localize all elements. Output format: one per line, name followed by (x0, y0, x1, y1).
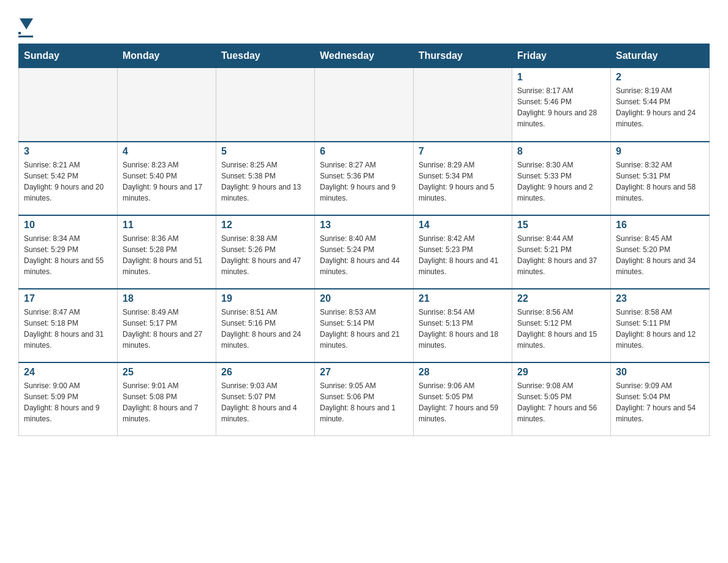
calendar-cell: 15Sunrise: 8:44 AMSunset: 5:21 PMDayligh… (512, 215, 611, 289)
calendar-cell (118, 68, 216, 142)
sun-info: Sunrise: 8:21 AMSunset: 5:42 PMDaylight:… (24, 159, 112, 204)
sun-info: Sunrise: 8:51 AMSunset: 5:16 PMDaylight:… (221, 307, 309, 351)
svg-marker-0 (20, 18, 33, 29)
day-number: 13 (320, 220, 408, 231)
day-number: 7 (419, 146, 507, 157)
day-number: 11 (123, 220, 211, 231)
sun-info: Sunrise: 8:27 AMSunset: 5:36 PMDaylight:… (320, 159, 408, 204)
day-number: 21 (419, 293, 507, 304)
calendar-cell: 8Sunrise: 8:30 AMSunset: 5:33 PMDaylight… (512, 142, 611, 215)
sun-info: Sunrise: 8:42 AMSunset: 5:23 PMDaylight:… (419, 233, 507, 277)
calendar-cell: 5Sunrise: 8:25 AMSunset: 5:38 PMDaylight… (216, 142, 315, 215)
day-number: 4 (123, 146, 211, 157)
sun-info: Sunrise: 8:29 AMSunset: 5:34 PMDaylight:… (419, 159, 507, 204)
calendar-week-row: 24Sunrise: 9:00 AMSunset: 5:09 PMDayligh… (19, 362, 710, 436)
calendar-cell: 25Sunrise: 9:01 AMSunset: 5:08 PMDayligh… (118, 362, 216, 436)
sun-info: Sunrise: 9:05 AMSunset: 5:06 PMDaylight:… (320, 380, 408, 424)
calendar-cell: 13Sunrise: 8:40 AMSunset: 5:24 PMDayligh… (315, 215, 414, 289)
day-number: 2 (616, 72, 704, 83)
sun-info: Sunrise: 8:36 AMSunset: 5:28 PMDaylight:… (123, 233, 211, 277)
day-number: 23 (616, 293, 704, 304)
sun-info: Sunrise: 8:23 AMSunset: 5:40 PMDaylight:… (123, 159, 211, 204)
calendar-week-row: 3Sunrise: 8:21 AMSunset: 5:42 PMDaylight… (19, 142, 710, 215)
day-number: 6 (320, 146, 408, 157)
day-number: 29 (517, 367, 605, 378)
weekday-header-saturday: Saturday (611, 44, 710, 68)
day-number: 25 (123, 367, 211, 378)
calendar-cell: 21Sunrise: 8:54 AMSunset: 5:13 PMDayligh… (414, 289, 512, 362)
sun-info: Sunrise: 9:03 AMSunset: 5:07 PMDaylight:… (221, 380, 309, 424)
calendar-cell (19, 68, 118, 142)
calendar-cell: 2Sunrise: 8:19 AMSunset: 5:44 PMDaylight… (611, 68, 710, 142)
day-number: 28 (419, 367, 507, 378)
day-number: 17 (24, 293, 112, 304)
day-number: 3 (24, 146, 112, 157)
sun-info: Sunrise: 8:45 AMSunset: 5:20 PMDaylight:… (616, 233, 704, 277)
weekday-header-tuesday: Tuesday (216, 44, 315, 68)
calendar-cell: 16Sunrise: 8:45 AMSunset: 5:20 PMDayligh… (611, 215, 710, 289)
header (18, 12, 710, 37)
calendar-cell: 24Sunrise: 9:00 AMSunset: 5:09 PMDayligh… (19, 362, 118, 436)
day-number: 22 (517, 293, 605, 304)
calendar-week-row: 17Sunrise: 8:47 AMSunset: 5:18 PMDayligh… (19, 289, 710, 362)
day-number: 8 (517, 146, 605, 157)
weekday-header-thursday: Thursday (414, 44, 512, 68)
calendar-cell: 12Sunrise: 8:38 AMSunset: 5:26 PMDayligh… (216, 215, 315, 289)
sun-info: Sunrise: 8:40 AMSunset: 5:24 PMDaylight:… (320, 233, 408, 277)
day-number: 26 (221, 367, 309, 378)
sun-info: Sunrise: 8:17 AMSunset: 5:46 PMDaylight:… (517, 85, 605, 129)
sun-info: Sunrise: 8:47 AMSunset: 5:18 PMDaylight:… (24, 307, 112, 351)
calendar-cell: 17Sunrise: 8:47 AMSunset: 5:18 PMDayligh… (19, 289, 118, 362)
sun-info: Sunrise: 8:32 AMSunset: 5:31 PMDaylight:… (616, 159, 704, 204)
day-number: 27 (320, 367, 408, 378)
sun-info: Sunrise: 8:38 AMSunset: 5:26 PMDaylight:… (221, 233, 309, 277)
calendar-cell: 30Sunrise: 9:09 AMSunset: 5:04 PMDayligh… (611, 362, 710, 436)
sun-info: Sunrise: 8:54 AMSunset: 5:13 PMDaylight:… (419, 307, 507, 351)
calendar-cell (315, 68, 414, 142)
day-number: 1 (517, 72, 605, 83)
calendar-table: SundayMondayTuesdayWednesdayThursdayFrid… (18, 44, 710, 436)
sun-info: Sunrise: 9:06 AMSunset: 5:05 PMDaylight:… (419, 380, 507, 424)
calendar-cell: 11Sunrise: 8:36 AMSunset: 5:28 PMDayligh… (118, 215, 216, 289)
day-number: 19 (221, 293, 309, 304)
day-number: 18 (123, 293, 211, 304)
calendar-cell: 1Sunrise: 8:17 AMSunset: 5:46 PMDaylight… (512, 68, 611, 142)
calendar-cell: 3Sunrise: 8:21 AMSunset: 5:42 PMDaylight… (19, 142, 118, 215)
sun-info: Sunrise: 8:30 AMSunset: 5:33 PMDaylight:… (517, 159, 605, 204)
sun-info: Sunrise: 8:58 AMSunset: 5:11 PMDaylight:… (616, 307, 704, 351)
sun-info: Sunrise: 9:08 AMSunset: 5:05 PMDaylight:… (517, 380, 605, 424)
weekday-header-monday: Monday (118, 44, 216, 68)
sun-info: Sunrise: 9:09 AMSunset: 5:04 PMDaylight:… (616, 380, 704, 424)
sun-info: Sunrise: 9:01 AMSunset: 5:08 PMDaylight:… (123, 380, 211, 424)
calendar-cell (216, 68, 315, 142)
calendar-cell: 6Sunrise: 8:27 AMSunset: 5:36 PMDaylight… (315, 142, 414, 215)
sun-info: Sunrise: 8:34 AMSunset: 5:29 PMDaylight:… (24, 233, 112, 277)
calendar-cell: 23Sunrise: 8:58 AMSunset: 5:11 PMDayligh… (611, 289, 710, 362)
logo-triangle-icon (20, 18, 33, 29)
calendar-cell: 29Sunrise: 9:08 AMSunset: 5:05 PMDayligh… (512, 362, 611, 436)
sun-info: Sunrise: 8:53 AMSunset: 5:14 PMDaylight:… (320, 307, 408, 351)
calendar-cell: 20Sunrise: 8:53 AMSunset: 5:14 PMDayligh… (315, 289, 414, 362)
calendar-cell: 18Sunrise: 8:49 AMSunset: 5:17 PMDayligh… (118, 289, 216, 362)
calendar-cell: 14Sunrise: 8:42 AMSunset: 5:23 PMDayligh… (414, 215, 512, 289)
calendar-week-row: 1Sunrise: 8:17 AMSunset: 5:46 PMDaylight… (19, 68, 710, 142)
weekday-header-friday: Friday (512, 44, 611, 68)
day-number: 24 (24, 367, 112, 378)
weekday-header-wednesday: Wednesday (315, 44, 414, 68)
calendar-cell: 10Sunrise: 8:34 AMSunset: 5:29 PMDayligh… (19, 215, 118, 289)
sun-info: Sunrise: 8:44 AMSunset: 5:21 PMDaylight:… (517, 233, 605, 277)
day-number: 20 (320, 293, 408, 304)
day-number: 16 (616, 220, 704, 231)
sun-info: Sunrise: 8:19 AMSunset: 5:44 PMDaylight:… (616, 85, 704, 129)
calendar-cell: 26Sunrise: 9:03 AMSunset: 5:07 PMDayligh… (216, 362, 315, 436)
calendar-week-row: 10Sunrise: 8:34 AMSunset: 5:29 PMDayligh… (19, 215, 710, 289)
day-number: 9 (616, 146, 704, 157)
day-number: 10 (24, 220, 112, 231)
weekday-header-sunday: Sunday (19, 44, 118, 68)
sun-info: Sunrise: 8:25 AMSunset: 5:38 PMDaylight:… (221, 159, 309, 204)
calendar-cell (414, 68, 512, 142)
logo-underline (18, 36, 33, 37)
weekday-header-row: SundayMondayTuesdayWednesdayThursdayFrid… (19, 44, 710, 68)
day-number: 15 (517, 220, 605, 231)
calendar-cell: 7Sunrise: 8:29 AMSunset: 5:34 PMDaylight… (414, 142, 512, 215)
